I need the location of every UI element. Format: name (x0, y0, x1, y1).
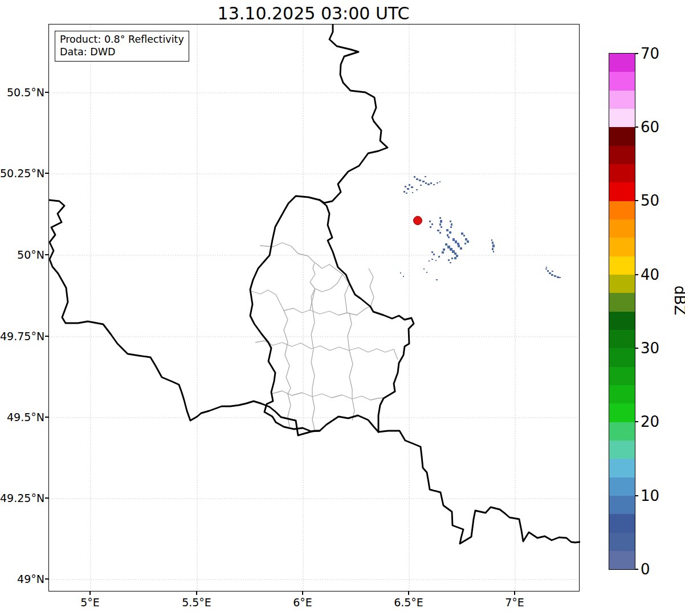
canton-border-path (310, 307, 370, 315)
colorbar-bands (609, 53, 635, 570)
canton-border-path (255, 341, 398, 360)
colorbar-tick-mark (635, 421, 638, 422)
gridlines (49, 25, 580, 591)
colorbar-tick-mark (635, 274, 638, 275)
colorbar-tick-mark (635, 569, 638, 570)
colorbar-tick-mark (635, 200, 638, 201)
x-tick-label: 6°E (277, 596, 328, 609)
canton-border-path (369, 268, 374, 307)
colorbar-band (609, 54, 635, 72)
colorbar-band (609, 348, 635, 366)
x-tick-mark (89, 591, 91, 595)
canton-border-path (251, 288, 315, 313)
product-line: Product: 0.8° Reflectivity (60, 33, 184, 46)
country-border-path (320, 25, 388, 203)
x-tick-mark (302, 591, 303, 595)
colorbar-band (609, 514, 635, 532)
y-tick-mark (45, 497, 48, 499)
colorbar-tick-label: 30 (641, 340, 659, 356)
y-tick-label: 50°N (0, 248, 44, 261)
y-tick-mark (45, 578, 48, 580)
y-tick-label: 49°N (0, 573, 44, 585)
figure: 13.10.2025 03:00 UTC (0, 0, 685, 616)
colorbar-band (609, 293, 635, 311)
data-source-line: Data: DWD (60, 46, 184, 58)
colorbar-band (609, 219, 635, 238)
colorbar-band (609, 551, 635, 569)
radar-echoes-layer (400, 176, 561, 280)
x-tick-label: 7°E (489, 596, 540, 609)
page-title: 13.10.2025 03:00 UTC (114, 3, 513, 23)
country-border-path (378, 431, 580, 544)
x-tick-mark (196, 591, 197, 595)
colorbar-tick-mark (635, 127, 638, 128)
colorbar-axis-label: dBZ (671, 285, 685, 337)
colorbar-band (609, 275, 635, 293)
y-tick-mark (45, 417, 48, 418)
colorbar-band (609, 256, 635, 275)
colorbar-band (609, 164, 635, 182)
colorbar-tick-label: 70 (641, 46, 659, 62)
colorbar-band (609, 496, 635, 514)
y-tick-mark (45, 336, 48, 337)
colorbar-band (609, 201, 635, 219)
colorbar-tick-label: 50 (641, 193, 659, 209)
country-borders (49, 25, 580, 544)
colorbar-band (609, 533, 635, 551)
canton-border-path (311, 288, 315, 430)
canton-border-path (284, 311, 291, 427)
colorbar-tick-label: 0 (641, 561, 650, 577)
colorbar-band (609, 312, 635, 330)
y-tick-label: 50.25°N (0, 167, 44, 180)
colorbar-tick-mark (635, 53, 638, 54)
y-tick-label: 49.75°N (0, 330, 44, 342)
colorbar-tick-label: 20 (641, 414, 659, 430)
colorbar-tick-label: 60 (641, 119, 659, 135)
x-tick-label: 5°E (64, 596, 116, 609)
colorbar-band (609, 127, 635, 145)
colorbar-band (609, 422, 635, 440)
country-border-path (49, 200, 320, 435)
canton-border-path (345, 284, 349, 313)
colorbar-band (609, 385, 635, 403)
y-tick-label: 49.25°N (0, 492, 44, 504)
x-tick-label: 6.5°E (383, 596, 434, 609)
colorbar-band (609, 440, 635, 459)
y-tick-mark (45, 254, 48, 255)
map-canvas (49, 25, 580, 592)
colorbar-band (609, 403, 635, 422)
colorbar-band (609, 367, 635, 385)
product-info-box: Product: 0.8° Reflectivity Data: DWD (55, 31, 189, 62)
y-tick-mark (45, 92, 48, 93)
colorbar-band (609, 459, 635, 477)
x-tick-mark (408, 591, 409, 595)
x-tick-mark (514, 591, 515, 595)
colorbar-band (609, 72, 635, 90)
colorbar-tick-label: 10 (641, 488, 659, 504)
colorbar-band (609, 109, 635, 127)
country-border-path (250, 196, 320, 422)
colorbar-band (609, 238, 635, 256)
colorbar-band (609, 146, 635, 164)
x-tick-label: 5.5°E (171, 596, 222, 609)
y-tick-mark (45, 173, 48, 174)
y-tick-label: 49.5°N (0, 411, 44, 423)
radar-site-marker (414, 217, 422, 225)
canton-border-path (348, 313, 354, 421)
colorbar-tick-mark (635, 495, 638, 496)
colorbar-band (609, 330, 635, 348)
colorbar-tick-label: 40 (641, 267, 659, 283)
canton-border-path (260, 243, 315, 274)
colorbar-tick-mark (635, 348, 638, 349)
colorbar-band (609, 478, 635, 496)
y-tick-label: 50.5°N (0, 86, 44, 99)
colorbar-band (609, 91, 635, 109)
map-frame (48, 24, 580, 591)
colorbar-band (609, 182, 635, 201)
